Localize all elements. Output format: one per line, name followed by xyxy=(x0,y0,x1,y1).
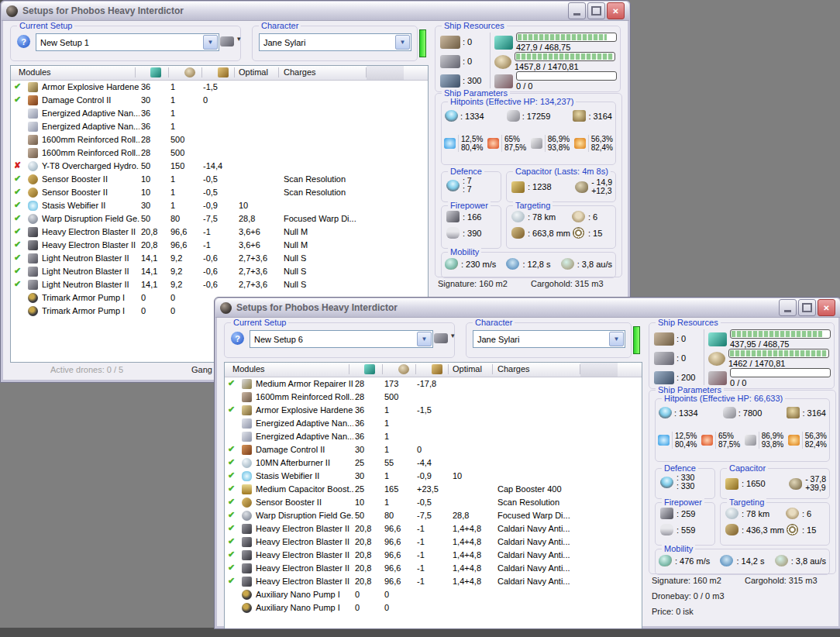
module-row[interactable]: ✔ Medium Capacitor Boost... 25 165 +23,5… xyxy=(225,483,642,496)
module-cap-value: -0,6 xyxy=(203,267,218,276)
chevron-down-icon[interactable]: ▼ xyxy=(203,35,218,50)
module-row[interactable]: ✔ Heavy Electron Blaster II 20,8 96,6 -1… xyxy=(225,562,642,575)
module-cpu-value: 50 xyxy=(141,161,150,170)
module-cpu-value: 25 xyxy=(355,458,364,467)
module-row[interactable]: ✔ Light Neutron Blaster II 14,1 9,2 -0,6… xyxy=(11,252,428,265)
minimize-button[interactable] xyxy=(568,2,586,19)
module-cap-value: -1 xyxy=(417,537,425,546)
optimal-column-header[interactable]: Optimal xyxy=(453,364,482,374)
modules-column-header[interactable]: Modules xyxy=(19,67,51,77)
module-row[interactable]: ✔ Heavy Electron Blaster II 20,8 96,6 -1… xyxy=(225,535,642,549)
module-row[interactable]: ✔ Heavy Electron Blaster II 20,8 96,6 -1… xyxy=(11,226,428,239)
module-row[interactable]: ✔ Armor Explosive Hardene... 36 1 -1,5 xyxy=(11,81,428,94)
character-select[interactable]: Jane Sylari ▼ xyxy=(473,330,625,348)
capacitor-column-icon[interactable] xyxy=(432,364,442,374)
module-type-icon xyxy=(28,240,38,250)
optimal-column-header[interactable]: Optimal xyxy=(239,67,268,77)
module-row[interactable]: ✔ Heavy Electron Blaster II 20,8 96,6 -1… xyxy=(11,239,428,252)
fitting-tools-icon[interactable] xyxy=(434,333,448,343)
module-name: Sensor Booster II xyxy=(256,498,353,507)
character-select-value: Jane Sylari xyxy=(477,335,519,344)
module-row[interactable]: ✔ Warp Disruption Field Ge... 50 80 -7,5… xyxy=(225,509,642,522)
cpu-column-icon[interactable] xyxy=(364,364,375,374)
character-select[interactable]: Jane Sylari ▼ xyxy=(259,33,411,51)
module-name: Light Neutron Blaster II xyxy=(42,267,139,276)
charges-column-header[interactable]: Charges xyxy=(284,67,316,77)
modules-table-header[interactable]: Modules Optimal Charges xyxy=(11,66,428,81)
powergrid-column-icon[interactable] xyxy=(184,67,195,77)
fitting-tools-arrow-icon[interactable]: ▾ xyxy=(451,332,455,339)
capacitor-group: Capacitor : 1650 - 37,8+39,9 xyxy=(720,468,830,499)
module-row[interactable]: ✔ Damage Control II 30 1 0 xyxy=(225,443,642,456)
em-resist-armor: 80,4% xyxy=(461,143,483,152)
max-velocity-icon xyxy=(659,555,672,566)
fitting-tools-arrow-icon[interactable]: ▾ xyxy=(237,35,241,43)
module-row[interactable]: ✔ Heavy Electron Blaster II 20,8 96,6 -1… xyxy=(225,575,642,588)
fitting-tools-icon[interactable] xyxy=(220,36,234,46)
ship-parameters-group: Ship Parameters Hitpoints (Effective HP:… xyxy=(649,390,836,574)
module-row[interactable]: ✔ Light Neutron Blaster II 14,1 9,2 -0,6… xyxy=(11,265,428,278)
module-type-icon xyxy=(242,577,252,587)
module-row[interactable]: Energized Adaptive Nan... 36 1 xyxy=(11,107,428,120)
charges-column-header[interactable]: Charges xyxy=(497,364,530,374)
module-row[interactable]: ✔ Stasis Webifier II 30 1 -0,9 10 xyxy=(11,199,428,212)
module-status-icon: ✔ xyxy=(228,523,239,533)
maximize-button[interactable] xyxy=(587,2,605,19)
module-row[interactable]: Energized Adaptive Nan... 36 1 xyxy=(225,430,642,443)
maximize-button[interactable] xyxy=(798,299,816,316)
targeting-range-value: : 78 km xyxy=(742,509,769,518)
close-button[interactable]: ✕ xyxy=(818,299,835,316)
minimize-button[interactable] xyxy=(779,299,797,316)
signature-resolution-icon xyxy=(725,524,738,535)
capacitor-column-icon[interactable] xyxy=(218,67,229,77)
module-row[interactable]: ✔ Sensor Booster II 10 1 -0,5 Scan Resol… xyxy=(225,496,642,509)
module-name: Stasis Webifier II xyxy=(256,471,353,480)
module-row[interactable]: ✔ Stasis Webifier II 30 1 -0,9 10 xyxy=(225,470,642,483)
module-row[interactable]: Energized Adaptive Nan... 36 1 xyxy=(11,120,428,133)
module-row[interactable]: ✔ Armor Explosive Hardene... 36 1 -1,5 xyxy=(225,404,642,417)
module-row[interactable]: ✔ Sensor Booster II 10 1 -0,5 Scan Resol… xyxy=(11,173,428,186)
kinetic-resist-armor: 93,8% xyxy=(762,440,783,449)
help-icon[interactable]: ? xyxy=(231,332,244,345)
targeting-label: Targeting xyxy=(513,201,553,211)
em-resist-shield: 12,5% xyxy=(461,135,483,143)
chevron-down-icon[interactable]: ▼ xyxy=(609,332,624,346)
window-titlebar[interactable]: Setups for Phobos Heavy Interdictor ✕ xyxy=(215,298,840,318)
module-row[interactable]: ✔ Light Neutron Blaster II 14,1 9,2 -0,6… xyxy=(11,278,428,291)
module-row[interactable]: ✔ 10MN Afterburner II 25 55 -4,4 xyxy=(225,456,642,470)
explosive-resist-armor: 82,4% xyxy=(591,143,613,152)
chevron-down-icon[interactable]: ▼ xyxy=(395,35,410,50)
setup-select[interactable]: New Setup 6 ▼ xyxy=(250,330,433,348)
modules-table-header[interactable]: Modules Optimal Charges xyxy=(225,363,642,377)
module-powergrid-value: 1 xyxy=(170,188,175,197)
capacitor-label: Capacitor xyxy=(727,463,768,473)
module-row[interactable]: ✔ Sensor Booster II 10 1 -0,5 Scan Resol… xyxy=(11,186,428,199)
module-row[interactable]: ✔ Heavy Electron Blaster II 20,8 96,6 -1… xyxy=(225,522,642,535)
powergrid-column-icon[interactable] xyxy=(398,364,409,374)
module-row[interactable]: Auxiliary Nano Pump I 0 0 xyxy=(225,601,642,615)
cpu-icon xyxy=(494,36,513,50)
module-row[interactable]: 1600mm Reinforced Roll... 28 500 xyxy=(11,133,428,146)
help-icon[interactable]: ? xyxy=(17,35,30,48)
module-row[interactable]: ✔ Warp Disruption Field Ge... 50 80 -7,5… xyxy=(11,212,428,226)
current-setup-group: Current Setup ? New Setup 1 ▼ ▾ xyxy=(10,26,241,61)
module-row[interactable]: ✔ Heavy Electron Blaster II 20,8 96,6 -1… xyxy=(225,549,642,562)
ship-resources-label: Ship Resources xyxy=(442,21,507,31)
module-row[interactable]: ✔ Medium Armor Repairer II 28 173 -17,8 xyxy=(225,377,642,391)
signature-resolution-value: : 663,8 mm xyxy=(528,229,570,238)
setup-select[interactable]: New Setup 1 ▼ xyxy=(36,33,219,51)
module-charge-name: Caldari Navy Anti... xyxy=(497,537,639,546)
module-optimal-value: 1,4+4,8 xyxy=(453,577,481,586)
module-row[interactable]: ✔ Damage Control II 30 1 0 xyxy=(11,94,428,107)
module-row[interactable]: ✘ Y-T8 Overcharged Hydro... 50 150 -14,4 xyxy=(11,160,428,173)
cpu-column-icon[interactable] xyxy=(150,67,161,77)
chevron-down-icon[interactable]: ▼ xyxy=(417,332,432,346)
module-status-icon: ✔ xyxy=(228,563,239,573)
module-row[interactable]: 1600mm Reinforced Roll... 28 500 xyxy=(225,391,642,404)
module-row[interactable]: 1600mm Reinforced Roll... 28 500 xyxy=(11,146,428,160)
module-row[interactable]: Energized Adaptive Nan... 36 1 xyxy=(225,417,642,430)
close-button[interactable]: ✕ xyxy=(607,2,625,19)
modules-column-header[interactable]: Modules xyxy=(232,364,265,374)
window-titlebar[interactable]: Setups for Phobos Heavy Interdictor ✕ xyxy=(2,2,629,21)
module-row[interactable]: Auxiliary Nano Pump I 0 0 xyxy=(225,588,642,601)
